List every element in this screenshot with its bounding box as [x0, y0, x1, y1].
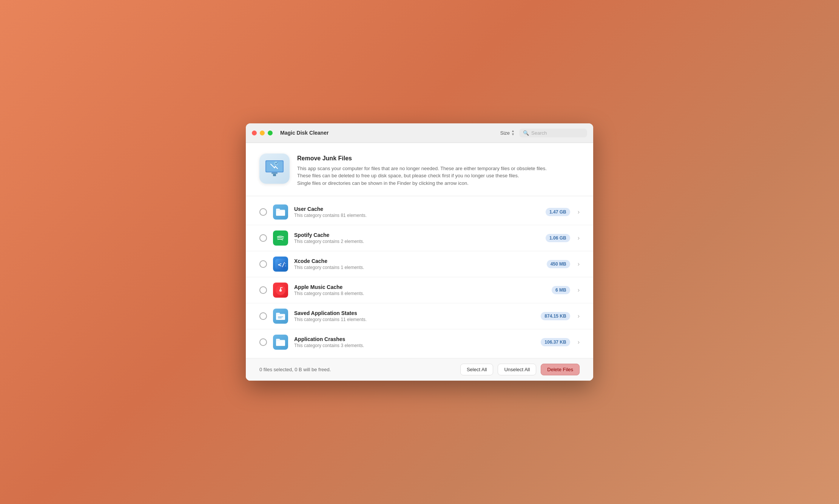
svg-rect-16	[276, 341, 285, 346]
chevron-right-icon[interactable]: ›	[578, 235, 580, 241]
header-text: Remove Junk Files This app scans your co…	[297, 154, 547, 187]
svg-rect-13	[276, 315, 285, 320]
xcode-icon: </>	[273, 257, 288, 272]
header-title: Remove Junk Files	[297, 155, 547, 162]
chevron-right-icon[interactable]: ›	[578, 339, 580, 346]
crashes-name: Application Crashes	[294, 336, 535, 342]
svg-rect-15	[278, 318, 282, 318]
header-desc-line2: These files can be deleted to free up di…	[297, 173, 519, 178]
chevron-right-icon[interactable]: ›	[578, 261, 580, 267]
search-icon: 🔍	[523, 130, 529, 136]
xcode-cache-size: 450 MB	[547, 260, 570, 268]
apple-music-icon	[273, 283, 288, 298]
footer-status: 0 files selected, 0 B will be freed.	[259, 367, 456, 372]
spotify-icon	[273, 230, 288, 246]
xcode-cache-desc: This category contains 1 elements.	[294, 265, 541, 270]
list-item[interactable]: Application Crashes This category contai…	[246, 329, 593, 355]
select-radio-xcode[interactable]	[259, 260, 267, 268]
select-radio-music[interactable]	[259, 286, 267, 294]
footer: 0 files selected, 0 B will be freed. Sel…	[246, 358, 593, 381]
title-bar: Magic Disk Cleaner Size ▲ ▼ 🔍	[246, 123, 593, 143]
spotify-cache-size: 1.06 GB	[546, 234, 570, 242]
spotify-cache-name: Spotify Cache	[294, 232, 540, 238]
chevron-right-icon[interactable]: ›	[578, 209, 580, 215]
user-cache-size: 1.47 GB	[546, 208, 570, 216]
app-states-name: Saved Application States	[294, 310, 535, 316]
app-states-icon	[273, 309, 288, 324]
user-cache-info: User Cache This category contains 81 ele…	[294, 206, 540, 218]
app-icon	[259, 154, 290, 184]
xcode-cache-name: Xcode Cache	[294, 258, 541, 264]
svg-rect-5	[276, 211, 285, 216]
spotify-cache-info: Spotify Cache This category contains 2 e…	[294, 232, 540, 244]
crashes-size: 106.37 KB	[541, 338, 570, 346]
svg-text:</>: </>	[278, 261, 286, 268]
svg-point-6	[276, 233, 285, 243]
select-radio-user-cache[interactable]	[259, 208, 267, 216]
list-item[interactable]: Apple Music Cache This category contains…	[246, 277, 593, 303]
user-cache-icon	[273, 204, 288, 220]
select-all-button[interactable]: Select All	[460, 364, 493, 375]
svg-rect-2	[271, 172, 278, 174]
minimize-button[interactable]	[260, 131, 265, 135]
maximize-button[interactable]	[268, 131, 273, 135]
svg-rect-14	[278, 317, 283, 317]
chevron-right-icon[interactable]: ›	[578, 287, 580, 293]
apple-music-cache-name: Apple Music Cache	[294, 284, 546, 290]
apple-music-cache-info: Apple Music Cache This category contains…	[294, 284, 546, 296]
app-states-info: Saved Application States This category c…	[294, 310, 535, 322]
xcode-cache-info: Xcode Cache This category contains 1 ele…	[294, 258, 541, 270]
content-area: Remove Junk Files This app scans your co…	[246, 143, 593, 381]
spotify-cache-desc: This category contains 2 elements.	[294, 239, 540, 244]
list-item[interactable]: Saved Application States This category c…	[246, 303, 593, 329]
apple-music-cache-desc: This category contains 8 elements.	[294, 291, 546, 296]
unselect-all-button[interactable]: Unselect All	[498, 364, 536, 375]
header-desc: This app scans your computer for files t…	[297, 165, 547, 187]
main-window: Magic Disk Cleaner Size ▲ ▼ 🔍	[246, 123, 593, 381]
user-cache-name: User Cache	[294, 206, 540, 212]
delete-files-button[interactable]: Delete Files	[541, 364, 580, 375]
crashes-info: Application Crashes This category contai…	[294, 336, 535, 348]
select-radio-app-states[interactable]	[259, 312, 267, 320]
file-list: User Cache This category contains 81 ele…	[246, 196, 593, 358]
apple-music-cache-size: 6 MB	[552, 286, 570, 294]
sort-arrows-icon: ▲ ▼	[511, 129, 515, 136]
close-button[interactable]	[252, 131, 257, 135]
svg-rect-12	[281, 287, 282, 288]
search-input[interactable]	[531, 130, 583, 136]
crashes-desc: This category contains 3 elements.	[294, 343, 535, 348]
svg-rect-11	[280, 287, 281, 291]
app-header: Remove Junk Files This app scans your co…	[246, 143, 593, 197]
select-radio-spotify[interactable]	[259, 234, 267, 242]
chevron-right-icon[interactable]: ›	[578, 313, 580, 320]
app-states-desc: This category contains 11 elements.	[294, 317, 535, 322]
svg-point-4	[274, 161, 278, 165]
list-item[interactable]: Spotify Cache This category contains 2 e…	[246, 225, 593, 251]
header-desc-line3: Single files or directories can be shown…	[297, 180, 469, 186]
list-item[interactable]: </> Xcode Cache This category contains 1…	[246, 251, 593, 277]
list-item[interactable]: User Cache This category contains 81 ele…	[246, 199, 593, 225]
svg-rect-3	[273, 174, 276, 176]
user-cache-desc: This category contains 81 elements.	[294, 213, 540, 218]
traffic-lights	[252, 131, 273, 135]
crashes-icon	[273, 335, 288, 350]
title-bar-controls: Size ▲ ▼ 🔍	[500, 129, 587, 137]
app-icon-svg	[263, 157, 286, 180]
header-desc-line1: This app scans your computer for files t…	[297, 166, 547, 171]
select-radio-crashes[interactable]	[259, 338, 267, 346]
app-states-size: 874.15 KB	[541, 312, 570, 320]
app-title: Magic Disk Cleaner	[280, 130, 496, 136]
sort-label: Size	[500, 130, 510, 136]
search-box: 🔍	[519, 129, 587, 137]
sort-control[interactable]: Size ▲ ▼	[500, 129, 515, 136]
